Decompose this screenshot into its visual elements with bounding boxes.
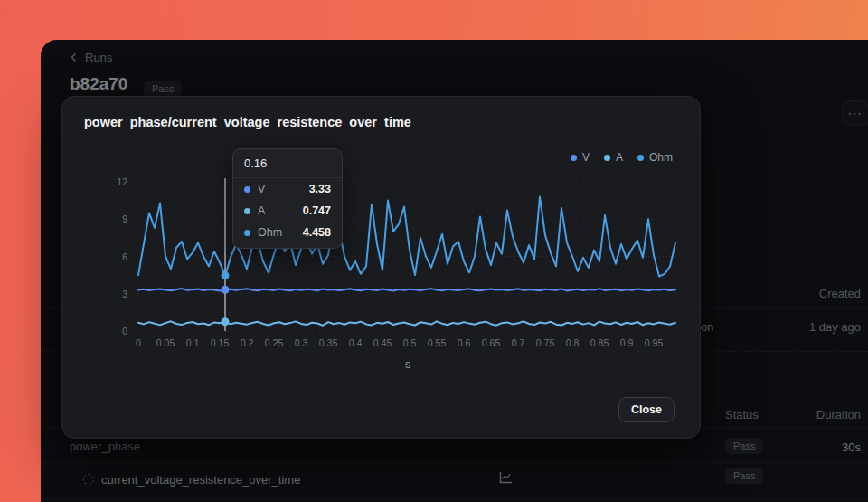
x-tick-label: 0.6 (458, 337, 471, 348)
x-tick-label: 0 (136, 337, 141, 348)
tooltip-series-name: Ohm (258, 226, 288, 239)
tooltip-series-name: V (258, 183, 288, 195)
legend-item-a[interactable]: A (604, 151, 623, 164)
tooltip-row: V 3.33 (233, 178, 342, 200)
y-tick-label: 9 (99, 213, 127, 224)
legend-label: V (582, 151, 590, 164)
tooltip-series-name: A (258, 204, 288, 217)
x-tick-label: 0.15 (211, 337, 229, 348)
tooltip-series-value: 4.458 (303, 226, 331, 239)
legend-item-ohm[interactable]: Ohm (637, 151, 673, 164)
chart-tooltip: 0.16 V 3.33 A 0.747 Ohm 4.458 (232, 148, 343, 249)
x-tick-label: 0.1 (186, 337, 200, 348)
series-dot-icon (244, 208, 250, 214)
modal-title: power_phase/current_voltage_resistence_o… (84, 115, 411, 129)
y-tick-label: 6 (99, 251, 127, 262)
x-tick-label: 0.8 (566, 337, 580, 348)
legend-dot-icon (637, 155, 644, 161)
y-tick-label: 12 (99, 176, 127, 187)
x-tick-label: 0.9 (620, 337, 634, 348)
chart-svg (138, 182, 677, 331)
y-tick-label: 0 (99, 326, 127, 336)
chart-modal: power_phase/current_voltage_resistence_o… (61, 96, 701, 439)
legend-label: Ohm (649, 151, 673, 164)
x-axis-title: s (138, 358, 677, 371)
legend-item-v[interactable]: V (571, 151, 590, 164)
chart-legend: V A Ohm (571, 151, 673, 164)
x-tick-label: 0.3 (295, 337, 308, 348)
tooltip-row: Ohm 4.458 (233, 222, 342, 248)
x-tick-label: 0.5 (403, 337, 417, 348)
tooltip-series-value: 3.33 (309, 183, 331, 195)
close-button[interactable]: Close (618, 397, 675, 422)
series-dot-icon (244, 186, 250, 193)
y-axis-labels: 036912 (99, 182, 127, 331)
tooltip-header: 0.16 (233, 149, 342, 178)
x-tick-label: 0.85 (590, 337, 609, 348)
x-tick-label: 0.05 (156, 337, 175, 348)
x-tick-label: 0.7 (512, 337, 525, 348)
x-tick-label: 0.45 (373, 337, 392, 348)
x-axis-labels: 00.050.10.150.20.250.30.350.40.450.50.55… (138, 337, 677, 350)
legend-label: A (616, 151, 623, 164)
x-tick-label: 0.65 (482, 337, 500, 348)
x-tick-label: 0.75 (536, 337, 554, 348)
x-tick-label: 0.35 (319, 337, 337, 348)
x-tick-label: 0.55 (428, 337, 446, 348)
chart-plot[interactable] (138, 182, 677, 331)
series-dot-icon (244, 230, 250, 236)
tooltip-row: A 0.747 (233, 200, 342, 222)
legend-dot-icon (604, 155, 610, 161)
x-tick-label: 0.4 (349, 337, 363, 348)
y-tick-label: 3 (99, 289, 127, 299)
tooltip-series-value: 0.747 (303, 204, 331, 217)
x-tick-label: 0.95 (645, 337, 663, 348)
x-tick-label: 0.25 (265, 337, 283, 348)
legend-dot-icon (571, 155, 577, 161)
x-tick-label: 0.2 (241, 337, 254, 348)
